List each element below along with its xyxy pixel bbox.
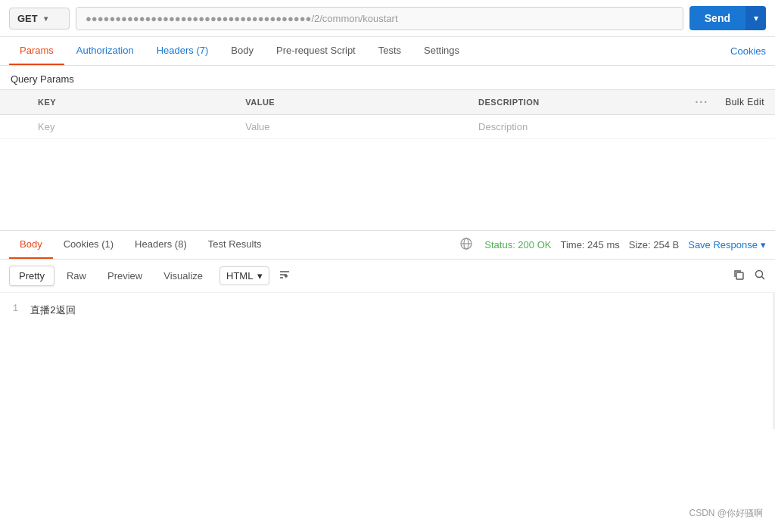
send-dropdown-button[interactable]: ▾ (745, 6, 766, 30)
query-params-title: Query Params (0, 66, 775, 89)
tab-headers[interactable]: Headers (7) (146, 37, 219, 65)
wrap-icon[interactable] (279, 269, 291, 284)
table-row-placeholder: Key Value Description (0, 115, 775, 139)
action-cell (670, 115, 714, 139)
request-tabs-row: Params Authorization Headers (7) Body Pr… (0, 37, 775, 66)
response-status: Status: 200 OK (484, 239, 551, 250)
send-button[interactable]: Send (689, 6, 745, 30)
app-container: GET ▾ Send ▾ Params Authorization Header… (0, 0, 775, 532)
format-raw-button[interactable]: Raw (58, 266, 95, 285)
response-section: Body Cookies (1) Headers (8) Test Result… (0, 230, 775, 429)
tab-params[interactable]: Params (9, 37, 64, 65)
search-icon[interactable] (754, 269, 766, 284)
response-tab-headers[interactable]: Headers (8) (124, 231, 198, 259)
save-response-label: Save Response (688, 239, 758, 250)
format-type-select[interactable]: HTML ▾ (219, 266, 269, 285)
col-header-value: VALUE (235, 90, 468, 115)
format-type-label: HTML (226, 270, 253, 282)
send-btn-group: Send ▾ (689, 6, 766, 30)
col-header-actions: ··· (670, 90, 714, 115)
response-tab-test-results[interactable]: Test Results (198, 231, 272, 259)
response-time: Time: 245 ms (560, 239, 619, 250)
globe-icon (460, 238, 472, 252)
copy-icon[interactable] (733, 269, 745, 284)
col-header-description: DESCRIPTION (468, 90, 670, 115)
url-input[interactable] (76, 7, 683, 30)
watermark: CSDN @你好骚啊 (689, 507, 763, 520)
col-header-key: KEY (0, 90, 235, 115)
dots-icon: ··· (695, 96, 708, 108)
description-placeholder[interactable]: Description (468, 115, 670, 139)
format-pretty-button[interactable]: Pretty (9, 266, 54, 286)
format-visualize-button[interactable]: Visualize (154, 266, 212, 285)
format-preview-button[interactable]: Preview (98, 266, 151, 285)
save-response-chevron-icon: ▾ (761, 239, 766, 250)
tab-pre-request[interactable]: Pre-request Script (266, 37, 366, 65)
method-select[interactable]: GET ▾ (9, 8, 70, 30)
code-line-1: 1 直播2返回 (0, 302, 773, 319)
cookies-link[interactable]: Cookies (730, 45, 766, 57)
svg-rect-3 (736, 272, 743, 279)
key-placeholder[interactable]: Key (0, 115, 235, 139)
tab-body[interactable]: Body (220, 37, 264, 65)
line-content-1: 直播2返回 (30, 303, 76, 317)
method-label: GET (17, 13, 38, 24)
format-toolbar: Pretty Raw Preview Visualize HTML ▾ (0, 260, 775, 293)
response-tab-body[interactable]: Body (9, 231, 53, 259)
tab-settings[interactable]: Settings (413, 37, 470, 65)
request-bar: GET ▾ Send ▾ (0, 0, 775, 37)
value-placeholder[interactable]: Value (235, 115, 468, 139)
code-area: 1 直播2返回 (0, 293, 773, 429)
params-table: KEY VALUE DESCRIPTION ··· Bulk Edit Key … (0, 89, 775, 139)
response-tab-cookies[interactable]: Cookies (1) (53, 231, 124, 259)
line-number-1: 1 (0, 303, 30, 314)
code-area-wrapper: 1 直播2返回 (0, 293, 775, 429)
method-chevron-icon: ▾ (44, 14, 48, 23)
response-tabs-row: Body Cookies (1) Headers (8) Test Result… (0, 231, 775, 260)
save-response-button[interactable]: Save Response ▾ (688, 239, 766, 250)
response-status-info: Status: 200 OK Time: 245 ms Size: 254 B … (460, 238, 766, 252)
response-size: Size: 254 B (629, 239, 680, 250)
svg-line-5 (762, 276, 765, 279)
tab-tests[interactable]: Tests (368, 37, 412, 65)
svg-point-4 (756, 270, 763, 277)
bulk-edit-cell (714, 115, 775, 139)
col-header-bulk-edit[interactable]: Bulk Edit (714, 90, 775, 115)
tab-authorization[interactable]: Authorization (66, 37, 145, 65)
format-type-chevron-icon: ▾ (257, 270, 263, 282)
